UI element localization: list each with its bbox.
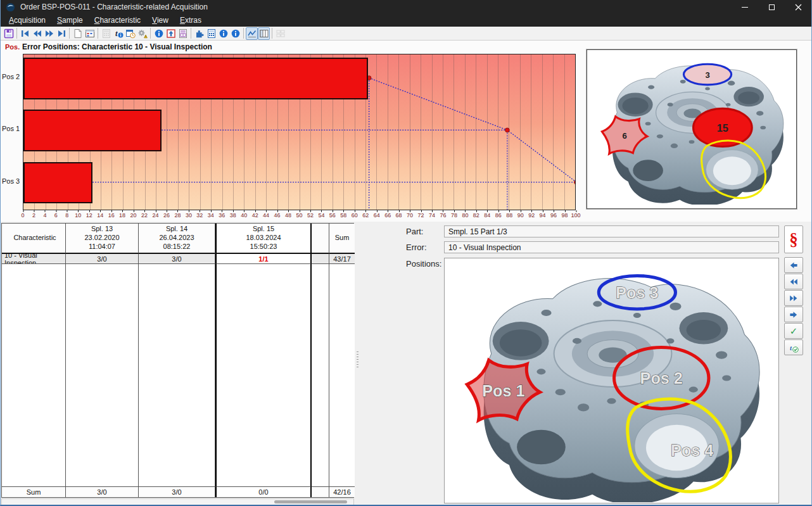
pareto-bar-pos-1[interactable] <box>23 110 162 151</box>
previous-record-button[interactable] <box>31 27 43 40</box>
x-tick-label: 8 <box>65 212 68 218</box>
box-up-icon <box>166 28 176 39</box>
sum-cell-sample-13: 3/0 <box>66 486 139 497</box>
value-entry-button[interactable] <box>84 27 96 40</box>
puzzle-icon <box>194 28 205 39</box>
last-record-button[interactable] <box>55 27 67 40</box>
pareto-category-label: Pos 3 <box>1 177 21 185</box>
menu-acquisition[interactable]: Acquisition <box>3 15 51 26</box>
x-tick-label: 22 <box>141 212 148 218</box>
info-button[interactable] <box>153 27 165 40</box>
value-cell-sample-14[interactable]: 3/0 <box>139 254 215 264</box>
confirm-button[interactable]: ✓ <box>784 323 803 339</box>
catalog-button[interactable]: § <box>784 225 803 253</box>
floppy-icon <box>4 28 14 39</box>
empty-cell <box>2 264 66 486</box>
next-record-button[interactable] <box>43 27 55 40</box>
application-window: Order BSP-POS-011 - Characteristic-relat… <box>0 0 812 506</box>
close-button[interactable] <box>785 0 811 14</box>
value-cell-sample-15[interactable]: 1/1 <box>215 254 312 264</box>
confirm-characteristic-button[interactable]: t <box>784 339 803 355</box>
pos4-label: Pos 4 <box>671 441 713 459</box>
menu-sample[interactable]: Sample <box>51 15 89 26</box>
arrow-right-icon <box>789 310 799 320</box>
minimize-button[interactable] <box>732 0 758 14</box>
calculator-button <box>100 27 112 40</box>
acquisition-section: Characteristic Spl. 13 23.02.2020 11:04:… <box>1 222 812 506</box>
form-icon <box>276 28 286 39</box>
x-tick-label: 70 <box>407 212 413 218</box>
check-icon: ✓ <box>790 326 798 337</box>
x-tick-label: 42 <box>252 212 258 218</box>
panel-splitter[interactable] <box>356 346 359 372</box>
info-2-button[interactable] <box>217 27 229 40</box>
add-in-button[interactable] <box>193 27 205 40</box>
x-tick-label: 24 <box>153 212 159 218</box>
column-header-sample-14[interactable]: Spl. 14 26.04.2023 08:15:22 <box>139 224 215 254</box>
toolbar-separator <box>150 28 151 39</box>
x-tick-label: 36 <box>219 212 225 218</box>
pareto-section: Pos. Error Positions: Characteristic 10 … <box>1 41 812 222</box>
scrollbar-thumb[interactable] <box>274 500 347 503</box>
maximize-icon <box>769 4 775 10</box>
values-grid-icon <box>85 28 95 39</box>
calc-blue-icon <box>206 28 217 39</box>
line-chart-icon <box>247 28 257 39</box>
next-position-button[interactable] <box>784 307 803 322</box>
x-tick-label: 78 <box>451 212 457 218</box>
upload-box-button[interactable] <box>165 27 177 40</box>
previous-position-button[interactable] <box>784 257 803 273</box>
info-3-button[interactable] <box>229 27 241 40</box>
toolbar-separator <box>243 28 244 39</box>
value-table: Characteristic Spl. 13 23.02.2020 11:04:… <box>1 223 354 498</box>
x-tick-label: 50 <box>296 212 302 218</box>
pareto-y-axis-title: Pos. <box>5 43 20 51</box>
characteristic-cell[interactable]: 10 - Visual Inspection <box>2 254 66 264</box>
table-horizontal-scrollbar[interactable] <box>1 498 354 505</box>
x-tick-label: 28 <box>174 212 181 218</box>
x-tick-label: 64 <box>374 212 380 218</box>
new-part-button[interactable] <box>72 27 84 40</box>
value-cell-sample-13[interactable]: 3/0 <box>66 254 139 264</box>
menu-extras[interactable]: Extras <box>174 15 207 26</box>
column-header-sum[interactable]: Sum <box>329 224 355 254</box>
sample-clock-icon <box>125 28 136 39</box>
x-tick-label: 12 <box>86 212 92 218</box>
last-position-button[interactable] <box>784 290 803 306</box>
first-record-button[interactable] <box>19 27 31 40</box>
pareto-chart-title: Error Positions: Characteristic 10 - Vis… <box>22 42 212 51</box>
pareto-bar-pos-2[interactable] <box>23 58 368 99</box>
characteristic-info-button[interactable]: t <box>112 27 124 40</box>
x-tick-label: 74 <box>429 212 435 218</box>
menu-characteristic[interactable]: Characteristic <box>89 15 146 26</box>
x-tick-label: 44 <box>263 212 269 218</box>
x-tick-label: 86 <box>495 212 502 218</box>
pareto-x-axis: 0246810121416182022242628303234363840424… <box>23 211 576 220</box>
chart-view-button[interactable] <box>246 27 258 40</box>
column-header-sample-15[interactable]: Spl. 15 18.03.2024 15:50:23 <box>215 224 312 254</box>
pos2-error-count: 15 <box>717 122 728 134</box>
table-view-button[interactable] <box>258 27 270 40</box>
info-circle-icon <box>231 28 241 39</box>
statistics-calculator-button[interactable] <box>205 27 217 40</box>
report-button[interactable] <box>177 27 189 40</box>
x-tick-label: 38 <box>230 212 236 218</box>
pareto-bar-pos-3[interactable] <box>23 162 92 204</box>
column-header-characteristic[interactable]: Characteristic <box>2 224 66 254</box>
maximize-button[interactable] <box>758 0 785 14</box>
x-tick-label: 16 <box>108 212 115 218</box>
x-tick-label: 58 <box>340 212 346 218</box>
pos3-error-count: 3 <box>705 70 709 80</box>
x-tick-label: 62 <box>362 212 369 218</box>
column-header-sample-13[interactable]: Spl. 13 23.02.2020 11:04:07 <box>66 224 139 254</box>
sample-time-button[interactable] <box>124 27 136 40</box>
info-circle-icon <box>154 28 164 39</box>
x-tick-label: 72 <box>418 212 424 218</box>
part-field: Smpl. 15 Part 1/3 <box>444 225 779 237</box>
menu-view[interactable]: View <box>146 15 174 26</box>
settings-warning-button[interactable] <box>136 27 148 40</box>
empty-cell <box>329 264 355 486</box>
first-position-button[interactable] <box>784 274 803 289</box>
save-button[interactable] <box>3 27 15 40</box>
x-tick-label: 32 <box>196 212 203 218</box>
